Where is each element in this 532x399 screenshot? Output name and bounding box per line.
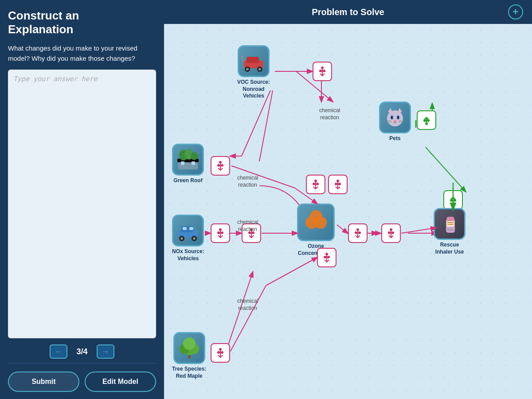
svg-point-28 [217,164,220,167]
svg-rect-86 [447,224,454,225]
svg-point-71 [394,120,396,122]
svg-rect-83 [447,217,454,221]
add-button[interactable]: + [508,4,523,20]
prev-button[interactable]: ← [50,344,67,359]
svg-rect-36 [183,227,187,230]
svg-rect-85 [447,222,454,223]
svg-line-97 [242,90,270,156]
svg-point-17 [321,66,324,69]
pets-node[interactable]: Pets [379,102,411,142]
svg-point-93 [219,348,222,351]
voc-label: VOC Source:NonroadVehicles [237,79,270,100]
svg-point-52 [338,183,341,185]
svg-point-95 [221,351,223,354]
rescue-inhaler-label: RescueInhaler Use [435,242,464,255]
svg-point-69 [391,116,393,119]
svg-point-57 [355,231,357,234]
svg-rect-12 [246,57,259,63]
ozone-to-rescue-arrow1 [348,223,368,243]
svg-line-7 [426,147,466,192]
panel-title: Construct anExplanation [8,9,156,36]
pets-up-arrow [417,110,436,130]
svg-point-48 [313,183,315,185]
green-roof-label: Green Roof [173,177,202,184]
chem-label-3: chemicalreaction [237,219,258,233]
svg-line-106 [337,225,348,233]
green-roof-down-arrow [211,156,230,176]
next-button[interactable]: → [97,344,114,359]
page-indicator: 3/4 [76,347,87,356]
green-roof-node[interactable]: Green Roof [172,144,204,184]
answer-textarea[interactable] [8,70,156,338]
svg-point-38 [219,228,222,231]
svg-point-16 [258,68,261,70]
chem-label-1: chemicalreaction [319,107,340,121]
right-header: Problem to Solve + [164,0,532,24]
svg-point-58 [358,231,361,234]
svg-point-94 [217,351,220,354]
svg-point-62 [387,110,403,126]
svg-point-78 [427,119,430,122]
nox-down-arrow [211,223,230,243]
svg-point-27 [219,161,222,164]
svg-point-53 [325,253,328,255]
svg-rect-26 [192,161,195,165]
svg-point-49 [316,183,319,185]
svg-point-76 [425,122,428,125]
voc-down-arrow [313,62,332,81]
svg-point-35 [193,237,196,240]
svg-line-105 [266,258,317,286]
diagram-area: VOC Source:NonroadVehicles [164,24,532,399]
action-buttons: Submit Edit Model [8,372,156,392]
right-panel: Problem to Solve + [164,0,532,399]
voc-node[interactable]: VOC Source:NonroadVehicles [237,45,270,100]
svg-point-29 [221,164,223,167]
pets-label: Pets [389,135,400,142]
standalone-up-arrow [443,190,463,210]
svg-line-1 [259,90,273,161]
ozone-to-rescue-arrow2 [381,223,401,243]
svg-point-77 [423,119,426,122]
svg-point-54 [324,256,326,258]
edit-model-button[interactable]: Edit Model [85,372,156,392]
problem-title: Problem to Solve [188,7,508,17]
svg-point-47 [314,180,317,182]
chem-label-4: chemicalreaction [237,298,258,312]
svg-point-40 [221,231,223,234]
svg-line-104 [231,286,266,351]
svg-point-81 [454,199,456,202]
svg-point-80 [450,199,453,202]
tree-label: Tree Species:Red Maple [172,366,206,379]
tree-down-arrow [211,343,230,363]
svg-point-50 [336,180,339,182]
svg-point-70 [397,116,399,119]
svg-point-51 [335,183,337,185]
svg-point-46 [310,210,322,223]
svg-point-15 [246,68,249,70]
svg-point-55 [327,256,330,258]
svg-point-92 [183,337,196,350]
svg-rect-37 [189,227,193,230]
rescue-inhaler-node[interactable]: RescueInhaler Use [434,208,466,255]
svg-line-108 [401,228,436,233]
navigation-row: ← 3/4 → [8,344,156,364]
question-text: What changes did you make to your revise… [8,43,156,63]
svg-point-61 [391,231,394,234]
svg-rect-87 [447,228,454,231]
ozone-top-right-arrow [328,175,348,194]
svg-point-60 [388,231,391,234]
chem-label-2: chemicalreaction [237,175,258,188]
ozone-top-left-arrow [306,175,325,194]
svg-point-34 [180,237,183,240]
svg-point-39 [217,231,220,234]
svg-point-24 [191,152,198,160]
svg-point-59 [390,228,392,231]
svg-point-18 [319,70,322,72]
svg-rect-25 [181,161,184,165]
submit-button[interactable]: Submit [8,372,79,392]
svg-point-79 [452,202,454,205]
left-panel: Construct anExplanation What changes did… [0,0,164,399]
nox-node[interactable]: NOx Source:Vehicles [172,215,204,262]
svg-point-19 [323,70,325,72]
tree-node[interactable]: Tree Species:Red Maple [172,332,206,379]
